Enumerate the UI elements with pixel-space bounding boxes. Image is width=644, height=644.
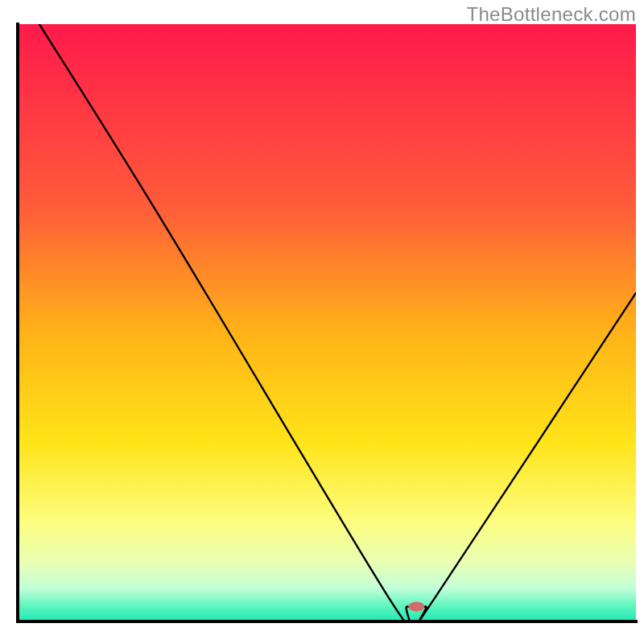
bottleneck-chart <box>0 0 644 644</box>
gradient-background <box>18 24 636 621</box>
chart-container: TheBottleneck.com <box>0 0 644 644</box>
minimum-marker <box>408 601 424 611</box>
watermark-text: TheBottleneck.com <box>466 3 636 26</box>
